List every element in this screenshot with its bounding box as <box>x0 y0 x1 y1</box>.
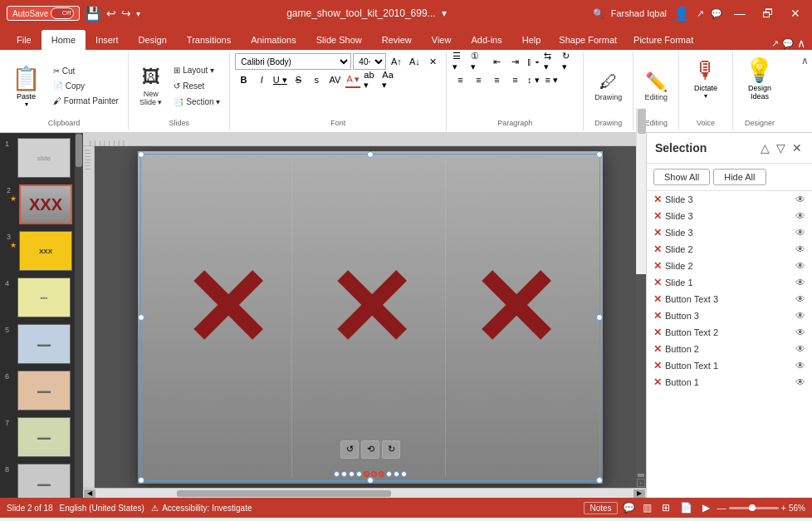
visibility-icon-6[interactable]: 👁 <box>795 293 805 305</box>
comments-status-btn[interactable]: 💬 <box>623 502 635 514</box>
rotate-left-icon[interactable]: ↺ <box>340 440 359 459</box>
tab-home[interactable]: Home <box>42 30 86 50</box>
visibility-icon-9[interactable]: 👁 <box>795 343 805 355</box>
slide-thumb-7[interactable]: 7 ▬▬ <box>3 415 80 459</box>
tab-insert[interactable]: Insert <box>86 30 129 50</box>
convert-smartart-button[interactable]: ↻ ▾ <box>561 53 578 70</box>
ribbon-minimize-icon[interactable]: ∧ <box>801 55 809 66</box>
indent-less-button[interactable]: ⇤ <box>488 53 505 70</box>
visibility-icon-1[interactable]: 👁 <box>795 210 805 222</box>
char-case-button[interactable]: Aa ▾ <box>381 71 398 88</box>
font-size-select[interactable]: 40+ <box>353 53 386 70</box>
hide-all-button[interactable]: Hide All <box>713 169 766 185</box>
tab-view[interactable]: View <box>422 30 462 50</box>
tab-review[interactable]: Review <box>372 30 422 50</box>
selection-item-7[interactable]: ✕ Button 3 👁 <box>647 307 812 324</box>
editing-button[interactable]: ✏️ Editing <box>638 59 673 114</box>
scroll-right-btn[interactable]: ▶ <box>633 489 645 498</box>
h-scroll-thumb[interactable] <box>177 490 391 497</box>
visibility-icon-3[interactable]: 👁 <box>795 243 805 255</box>
slideshow-view-btn[interactable]: ▶ <box>700 500 712 515</box>
font-family-select[interactable]: Calibri (Body) <box>235 53 351 70</box>
selection-item-6[interactable]: ✕ Button Text 3 👁 <box>647 291 812 307</box>
redo-button[interactable]: ↪ <box>121 7 131 20</box>
slide-thumb-1[interactable]: 1 slide <box>3 136 80 179</box>
flip-h-icon[interactable]: ⟲ <box>361 440 379 459</box>
visibility-icon-0[interactable]: 👁 <box>795 194 805 205</box>
zoom-control[interactable]: — + 56% <box>717 503 805 513</box>
vertical-align-button[interactable]: ≡ ▾ <box>543 71 560 88</box>
indent-more-button[interactable]: ⇥ <box>506 53 523 70</box>
slide-thumb-8[interactable]: 8 ▬▬ <box>3 462 80 498</box>
slide-panel-scrollbar[interactable] <box>76 134 82 167</box>
selection-item-1[interactable]: ✕ Slide 3 👁 <box>647 208 812 224</box>
autosave-badge[interactable]: AutoSave Off <box>7 6 80 21</box>
highlight-color-button[interactable]: ab ▾ <box>363 71 379 88</box>
decrease-font-button[interactable]: A↓ <box>406 53 423 70</box>
zoom-out-btn[interactable]: — <box>717 503 726 513</box>
h-scrollbar[interactable]: ◀ ▶ <box>83 488 646 498</box>
tab-shape-format[interactable]: Shape Format <box>550 30 625 50</box>
scroll-arrows-btn[interactable]: ⬦ <box>637 479 645 487</box>
tab-picture-format[interactable]: Picture Format <box>625 30 702 50</box>
align-right-button[interactable]: ≡ <box>488 71 505 88</box>
align-center-button[interactable]: ≡ <box>470 71 487 88</box>
section-button[interactable]: 📑 Section ▾ <box>169 95 224 109</box>
tab-addins[interactable]: Add-ins <box>461 30 511 50</box>
clear-format-button[interactable]: ✕ <box>424 53 441 70</box>
char-spacing-button[interactable]: AV <box>326 71 343 88</box>
shadow-button[interactable]: s <box>308 71 325 88</box>
title-dropdown[interactable]: ▾ <box>442 7 447 19</box>
selection-down-btn[interactable]: ▽ <box>775 140 787 156</box>
right-panel-scrollbar[interactable] <box>638 109 646 134</box>
new-slide-button[interactable]: 🖼 NewSlide ▾ <box>134 59 169 114</box>
slide-thumb-6[interactable]: 6 ▬▬ <box>3 369 80 412</box>
tab-slideshow[interactable]: Slide Show <box>306 30 372 50</box>
normal-view-btn[interactable]: ▥ <box>640 500 654 515</box>
save-icon[interactable]: 💾 <box>85 6 101 22</box>
cut-button[interactable]: ✂ Cut <box>49 64 123 78</box>
visibility-icon-11[interactable]: 👁 <box>795 376 805 388</box>
scroll-left-btn[interactable]: ◀ <box>84 489 95 498</box>
selection-item-2[interactable]: ✕ Slide 3 👁 <box>647 224 812 241</box>
slide-thumb-4[interactable]: 4 ▪▪▪ <box>3 276 80 319</box>
slide-sorter-btn[interactable]: ⊞ <box>659 500 673 515</box>
selection-item-3[interactable]: ✕ Slide 2 👁 <box>647 241 812 258</box>
numbering-button[interactable]: ① ▾ <box>470 53 487 70</box>
dictate-button[interactable]: 🎙 Dictate ▾ <box>686 53 726 103</box>
bold-button[interactable]: B <box>235 71 252 88</box>
tab-animations[interactable]: Animations <box>241 30 306 50</box>
underline-button[interactable]: U ▾ <box>271 71 288 88</box>
user-avatar[interactable]: 👤 <box>673 6 690 22</box>
slide-canvas[interactable]: ✕ ✕ ✕ ↺ ⟲ ↻ <box>138 151 603 484</box>
selection-item-10[interactable]: ✕ Button Text 1 👁 <box>647 357 812 374</box>
ribbon-collapse-btn[interactable]: ∧ <box>797 37 805 50</box>
tab-file[interactable]: File <box>7 30 42 50</box>
selection-item-8[interactable]: ✕ Button Text 2 👁 <box>647 324 812 341</box>
ribbon-share-btn[interactable]: ↗ <box>771 38 779 49</box>
visibility-icon-2[interactable]: 👁 <box>795 227 805 238</box>
reading-view-btn[interactable]: 📄 <box>677 500 695 515</box>
line-spacing-button[interactable]: ↕ ▾ <box>525 71 541 88</box>
tab-help[interactable]: Help <box>512 30 551 50</box>
autosave-toggle[interactable]: Off <box>51 7 74 19</box>
visibility-icon-10[interactable]: 👁 <box>795 360 805 371</box>
close-button[interactable]: ✕ <box>785 5 805 22</box>
text-direction-button[interactable]: ⇆ ▾ <box>543 53 560 70</box>
drawing-button[interactable]: 🖊 Drawing <box>589 59 628 114</box>
italic-button[interactable]: I <box>253 71 270 88</box>
zoom-thumb[interactable] <box>749 504 756 511</box>
visibility-icon-5[interactable]: 👁 <box>795 277 805 288</box>
minimize-button[interactable]: — <box>729 5 751 22</box>
align-left-button[interactable]: ≡ <box>452 71 468 88</box>
visibility-icon-7[interactable]: 👁 <box>795 310 805 322</box>
design-ideas-button[interactable]: 💡 DesignIdeas <box>740 53 780 103</box>
columns-button[interactable]: ⫿ ▾ <box>525 53 541 70</box>
selection-item-0[interactable]: ✕ Slide 3 👁 <box>647 191 812 208</box>
zoom-in-btn[interactable]: + <box>781 503 786 513</box>
visibility-icon-8[interactable]: 👁 <box>795 327 805 338</box>
selection-item-4[interactable]: ✕ Slide 2 👁 <box>647 258 812 274</box>
strikethrough-button[interactable]: S <box>290 71 306 88</box>
selection-up-btn[interactable]: △ <box>759 140 771 156</box>
selection-close-btn[interactable]: ✕ <box>790 140 804 156</box>
